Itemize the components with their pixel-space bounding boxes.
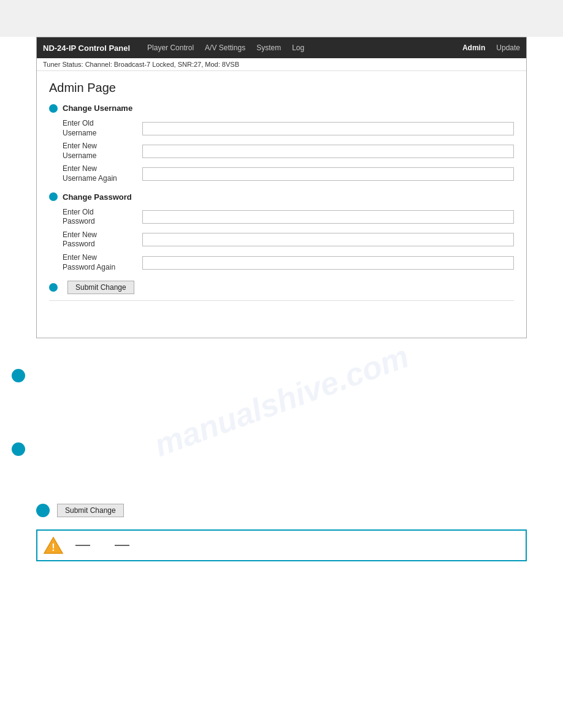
nav-system[interactable]: System	[256, 44, 281, 52]
nav-update[interactable]: Update	[496, 44, 520, 52]
brand-title: ND-24-IP Control Panel	[43, 44, 130, 53]
below-submit-change-button[interactable]: Submit Change	[57, 504, 124, 517]
old-password-row: Enter OldPassword	[63, 208, 514, 227]
confirm-username-row: Enter NewUsername Again	[63, 164, 514, 183]
nav-admin[interactable]: Admin	[462, 44, 485, 52]
nav-av-settings[interactable]: A/V Settings	[205, 44, 245, 52]
svg-text:!: !	[52, 542, 55, 553]
confirm-username-label: Enter NewUsername Again	[63, 164, 142, 183]
navbar: ND-24-IP Control Panel Player Control A/…	[37, 37, 526, 58]
confirm-password-input[interactable]	[142, 256, 514, 270]
panel-bottom-space	[49, 301, 514, 319]
below-section-2	[36, 424, 527, 498]
nav-log[interactable]: Log	[292, 44, 304, 52]
new-password-input[interactable]	[142, 233, 514, 246]
submit-row: Submit Change	[49, 281, 514, 294]
below-bullet-1	[12, 369, 25, 382]
page-title: Admin Page	[49, 81, 514, 95]
change-username-form: Enter OldUsername Enter NewUsername Ente…	[63, 119, 514, 184]
main-panel: ND-24-IP Control Panel Player Control A/…	[36, 37, 527, 338]
change-username-bullet	[49, 104, 58, 113]
warning-line-1	[75, 545, 90, 546]
old-password-input[interactable]	[142, 210, 514, 224]
old-username-input[interactable]	[142, 122, 514, 135]
warning-line-2	[115, 545, 129, 546]
change-password-title: Change Password	[63, 192, 132, 202]
change-username-title: Change Username	[63, 104, 132, 113]
warning-icon-wrap: !	[37, 536, 69, 555]
change-password-bullet	[49, 192, 58, 201]
change-password-section-header: Change Password	[49, 192, 514, 202]
warning-triangle-icon: !	[43, 536, 64, 555]
status-text: Tuner Status: Channel: Broadcast-7 Locke…	[43, 61, 239, 68]
below-submit-row: Submit Change	[36, 504, 527, 517]
old-username-label: Enter OldUsername	[63, 119, 142, 138]
confirm-password-row: Enter NewPassword Again	[63, 253, 514, 272]
below-bullet-2	[12, 442, 25, 456]
below-section-1	[36, 351, 527, 424]
old-username-row: Enter OldUsername	[63, 119, 514, 138]
change-password-form: Enter OldPassword Enter NewPassword Ente…	[63, 208, 514, 273]
new-password-label: Enter NewPassword	[63, 230, 142, 249]
new-username-label: Enter NewUsername	[63, 142, 142, 161]
below-submit-bullet	[36, 504, 50, 517]
submit-bullet	[49, 283, 58, 292]
confirm-username-input[interactable]	[142, 167, 514, 181]
content-area: Admin Page Change Username Enter OldUser…	[37, 71, 526, 338]
submit-change-button[interactable]: Submit Change	[67, 281, 134, 294]
nav-player-control[interactable]: Player Control	[147, 44, 194, 52]
warning-box: !	[36, 529, 527, 561]
new-username-input[interactable]	[142, 145, 514, 158]
confirm-password-label: Enter NewPassword Again	[63, 253, 142, 272]
warning-content	[69, 540, 526, 551]
below-panel: Submit Change	[36, 351, 527, 517]
warning-dash-1	[75, 545, 90, 546]
status-bar: Tuner Status: Channel: Broadcast-7 Locke…	[37, 58, 526, 71]
change-username-section-header: Change Username	[49, 104, 514, 113]
warning-dash-2	[115, 545, 129, 546]
old-password-label: Enter OldPassword	[63, 208, 142, 227]
new-password-row: Enter NewPassword	[63, 230, 514, 249]
new-username-row: Enter NewUsername	[63, 142, 514, 161]
